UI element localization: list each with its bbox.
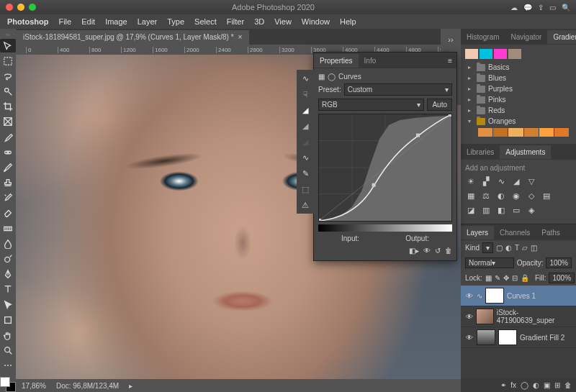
brightness-icon[interactable]: ☀ <box>465 176 477 186</box>
path-select-tool[interactable] <box>0 298 16 311</box>
gradient-folder-reds[interactable]: Reds <box>465 105 572 116</box>
layer-row[interactable]: 👁 iStock-471900639_super <box>461 306 576 327</box>
stamp-tool[interactable] <box>0 176 16 190</box>
blend-mode-select[interactable]: Normal▾ <box>465 257 514 268</box>
visibility-toggle[interactable]: 👁 <box>465 312 473 321</box>
tab-channels[interactable]: Channels <box>494 226 536 240</box>
tab-info[interactable]: Info <box>359 54 382 68</box>
filter-type-icon[interactable]: T <box>515 244 519 252</box>
trash-icon[interactable]: 🗑 <box>564 381 572 389</box>
gradient-folder-blues[interactable]: Blues <box>465 73 572 83</box>
gradient-folder-pinks[interactable]: Pinks <box>465 94 572 105</box>
lock-all-icon[interactable]: 🔒 <box>521 274 529 282</box>
bw-icon[interactable]: ◐ <box>495 191 507 201</box>
type-tool[interactable] <box>0 283 16 296</box>
eyedropper-tool[interactable] <box>0 130 16 144</box>
posterize-icon[interactable]: ▥ <box>480 205 492 215</box>
pen-tool[interactable] <box>0 268 16 281</box>
crop-tool[interactable] <box>0 100 16 114</box>
layer-name[interactable]: Gradient Fill 2 <box>520 334 564 342</box>
channel-select[interactable]: RGB▾ <box>318 99 424 111</box>
tab-libraries[interactable]: Libraries <box>461 145 500 159</box>
photo-filter-icon[interactable]: ◉ <box>510 191 522 201</box>
menu-filter[interactable]: Filter <box>222 16 248 27</box>
vibrance-icon[interactable]: ▽ <box>526 176 537 186</box>
move-tool[interactable] <box>0 39 16 53</box>
auto-button[interactable]: Auto <box>427 99 452 111</box>
foreground-color-swatch[interactable] <box>0 377 10 387</box>
menu-image[interactable]: Image <box>101 16 132 27</box>
zoom-tool[interactable] <box>0 343 16 357</box>
mask-icon[interactable]: ◯ <box>521 381 528 389</box>
gradient-swatch[interactable] <box>508 49 521 59</box>
status-chevron-icon[interactable]: ▸ <box>129 382 132 390</box>
clip-icon[interactable]: ◧▸ <box>409 247 419 255</box>
menu-layer[interactable]: Layer <box>133 16 162 27</box>
visibility-toggle[interactable]: 👁 <box>465 291 474 300</box>
hand-sampler-icon[interactable]: ☟ <box>300 88 311 100</box>
panel-menu-icon[interactable]: ≡ <box>444 57 456 65</box>
fill-input[interactable]: 100% <box>549 273 575 283</box>
input-ramp[interactable] <box>318 224 452 232</box>
doc-size[interactable]: Doc: 96,8M/123,4M <box>56 382 119 390</box>
gradient-tool[interactable] <box>0 222 16 235</box>
expand-panels-icon[interactable]: ›› <box>444 33 457 46</box>
tab-layers[interactable]: Layers <box>461 226 494 240</box>
document-tab[interactable]: iStock-181894581_super.jpg @ 17,9% (Curv… <box>16 30 249 45</box>
gray-point-icon[interactable]: ◢ <box>300 120 311 132</box>
zoom-window-button[interactable] <box>29 4 36 11</box>
filter-kind-select[interactable]: ▾ <box>482 242 493 253</box>
lock-pos-icon[interactable]: ✥ <box>503 274 509 282</box>
properties-panel[interactable]: ∿ ☟ ◢ ◢ ◢ ∿ ✎ ⬚ ⚠ Properties Info ≡ ▦ ◯ … <box>313 52 457 261</box>
gradient-folder-purples[interactable]: Purples <box>465 83 572 94</box>
gradient-folder-oranges[interactable]: Oranges <box>465 116 572 127</box>
menu-select[interactable]: Select <box>190 16 221 27</box>
gradient-folder-basics[interactable]: Basics <box>465 62 572 73</box>
tab-navigator[interactable]: Navigator <box>505 30 548 44</box>
curves-icon[interactable]: ∿ <box>495 176 507 186</box>
group-icon[interactable]: ▣ <box>544 381 550 389</box>
lasso-tool[interactable] <box>0 69 16 83</box>
menu-type[interactable]: Type <box>163 16 189 27</box>
tab-histogram[interactable]: Histogram <box>461 30 505 44</box>
zoom-level[interactable]: 17,86% <box>22 382 46 390</box>
fx-icon[interactable]: fx <box>510 381 516 389</box>
black-point-icon[interactable]: ◢ <box>300 136 311 147</box>
menu-edit[interactable]: Edit <box>77 16 99 27</box>
cloud-icon[interactable]: ☁ <box>510 4 518 12</box>
gradient-swatch[interactable] <box>493 128 508 137</box>
warning-icon[interactable]: ⚠ <box>300 199 311 211</box>
edit-toolbar[interactable]: ⋯ <box>0 359 16 373</box>
exposure-icon[interactable]: ◢ <box>510 176 522 186</box>
tab-adjustments[interactable]: Adjustments <box>500 145 551 159</box>
curves-graph[interactable] <box>318 114 452 222</box>
filter-pixel-icon[interactable]: ▢ <box>496 244 503 252</box>
shape-tool[interactable] <box>0 313 16 327</box>
quick-select-tool[interactable] <box>0 85 16 99</box>
menu-app[interactable]: Photoshop <box>3 16 53 27</box>
reset-icon[interactable]: ↺ <box>435 247 441 255</box>
layer-mask-thumb[interactable] <box>485 288 504 304</box>
layer-thumb[interactable] <box>476 309 494 324</box>
gradient-swatch[interactable] <box>465 49 478 59</box>
menu-file[interactable]: File <box>54 16 76 27</box>
lock-trans-icon[interactable]: ▦ <box>485 274 492 282</box>
frame-tool[interactable] <box>0 115 16 129</box>
trash-icon[interactable]: 🗑 <box>445 247 452 255</box>
tab-gradients[interactable]: Gradients <box>547 30 576 44</box>
lookup-icon[interactable]: ▤ <box>541 191 552 201</box>
eraser-tool[interactable] <box>0 206 16 220</box>
layer-name[interactable]: iStock-471900639_super <box>497 309 572 324</box>
smooth-icon[interactable]: ⬚ <box>300 183 311 195</box>
tab-properties[interactable]: Properties <box>314 54 359 68</box>
gradient-swatch[interactable] <box>524 128 539 137</box>
adjustment-layer-icon[interactable]: ◐ <box>533 381 539 389</box>
view-previous-icon[interactable]: 👁 <box>423 247 431 255</box>
levels-icon[interactable]: ▞ <box>480 176 492 186</box>
filter-adjust-icon[interactable]: ◐ <box>505 244 512 252</box>
marquee-tool[interactable] <box>0 54 16 68</box>
layer-mask-thumb[interactable] <box>498 329 517 345</box>
preset-select[interactable]: Custom▾ <box>344 83 452 96</box>
minimize-window-button[interactable] <box>17 4 24 11</box>
layer-row[interactable]: 👁 ∿ Curves 1 <box>461 286 576 306</box>
